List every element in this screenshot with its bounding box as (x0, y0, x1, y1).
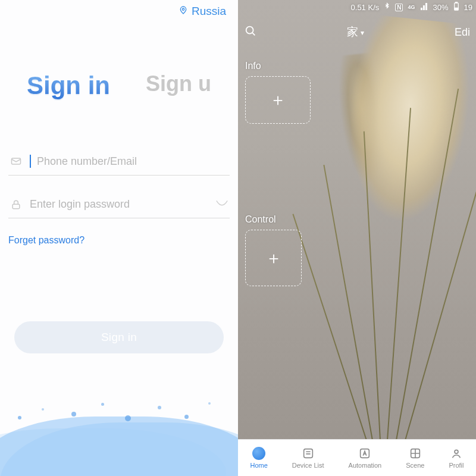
password-field[interactable] (8, 192, 230, 218)
envelope-icon (10, 155, 23, 167)
cell-signal-icon (420, 3, 428, 12)
bottom-nav: Home Device List Automation Scene (238, 439, 476, 476)
text-cursor (30, 155, 31, 168)
network-speed: 0.51 K/s (351, 3, 380, 12)
section-label-info: Info (245, 61, 261, 71)
phone-email-field[interactable] (8, 149, 230, 176)
svg-point-6 (246, 27, 253, 34)
nfc-icon: N (395, 4, 403, 11)
battery-label: 30% (433, 3, 449, 12)
automation-icon (358, 447, 371, 460)
clock: 19 (464, 3, 472, 12)
svg-rect-7 (303, 449, 312, 458)
nav-scene[interactable]: Scene (406, 447, 424, 469)
nav-home[interactable]: Home (250, 447, 267, 469)
lock-icon (10, 199, 23, 211)
region-selector[interactable]: Russia (178, 5, 226, 18)
add-control-card[interactable]: ＋ (245, 230, 302, 286)
device-list-icon (302, 447, 315, 460)
phone-email-input[interactable] (37, 155, 228, 168)
section-label-control: Control (245, 214, 276, 225)
edit-button[interactable]: Edi (455, 26, 470, 39)
region-label: Russia (192, 5, 226, 18)
decorative-waves (0, 399, 238, 476)
svg-point-0 (182, 8, 184, 10)
visibility-toggle-icon[interactable] (215, 199, 228, 210)
home-icon (252, 447, 265, 460)
search-icon[interactable] (244, 24, 257, 40)
svg-point-10 (455, 450, 458, 453)
password-input[interactable] (30, 198, 208, 211)
svg-rect-2 (12, 204, 20, 209)
forgot-password-link[interactable]: Forget password? (8, 235, 84, 246)
signin-button[interactable]: Sign in (14, 321, 224, 353)
scene-icon (409, 447, 422, 460)
home-name-label: 家 (347, 24, 358, 40)
android-status-bar: 0.51 K/s N 4G 30% 19 (238, 0, 476, 14)
add-info-card[interactable]: ＋ (245, 76, 311, 124)
tab-signup[interactable]: Sign u (146, 71, 211, 100)
plus-icon: ＋ (265, 250, 282, 267)
location-pin-icon (178, 5, 188, 17)
home-screen: 0.51 K/s N 4G 30% 19 家 ▾ Edi (238, 0, 476, 476)
svg-rect-4 (455, 2, 457, 2)
battery-icon (453, 2, 459, 12)
svg-rect-5 (455, 8, 458, 10)
profile-icon (450, 447, 463, 460)
tab-signin[interactable]: Sign in (27, 71, 110, 100)
plus-icon: ＋ (270, 92, 286, 108)
chevron-down-icon: ▾ (361, 29, 364, 37)
nav-profile[interactable]: Profil (449, 447, 464, 469)
home-selector[interactable]: 家 ▾ (347, 24, 364, 40)
signin-screen: Russia Sign in Sign u (0, 0, 238, 476)
signal-4g-icon: 4G (408, 4, 415, 10)
nav-device-list[interactable]: Device List (292, 447, 324, 469)
nav-automation[interactable]: Automation (349, 447, 382, 469)
bluetooth-icon (384, 2, 390, 12)
